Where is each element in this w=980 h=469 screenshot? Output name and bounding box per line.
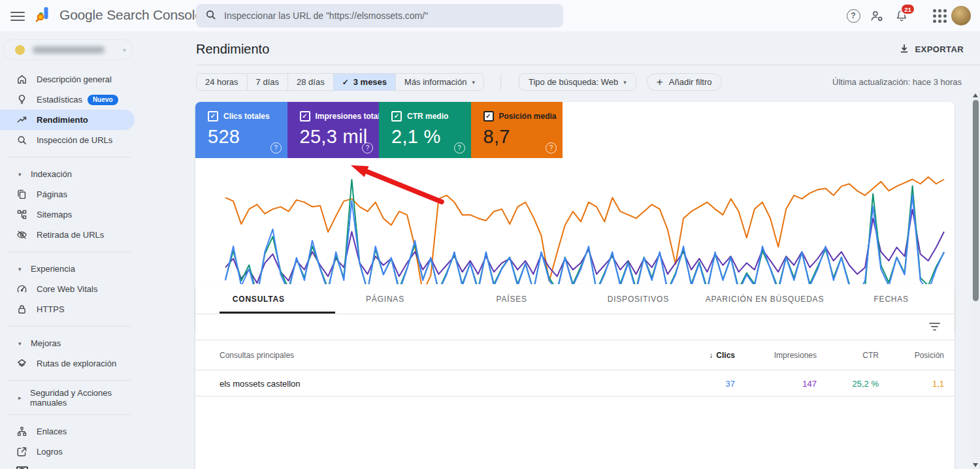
date-chip-m-s-informaci-n[interactable]: Más información▾: [395, 74, 483, 90]
help-icon[interactable]: ?: [270, 142, 282, 154]
removals-icon: [16, 229, 27, 240]
sidebar-nav: Descripción generalEstadísticasNuevoRend…: [0, 69, 137, 469]
sidebar-section-indexaci-n[interactable]: ▾Indexación: [0, 164, 137, 184]
checked-checkbox-icon[interactable]: ✓: [391, 111, 402, 121]
checked-checkbox-icon[interactable]: ✓: [300, 111, 310, 121]
help-icon[interactable]: ?: [844, 7, 862, 25]
sidebar-section-seguridad-y-acciones-manuales[interactable]: ▸Seguridad y Acciones manuales: [0, 387, 137, 408]
sidebar-item-rutas-de-exploraci-n[interactable]: Rutas de exploración: [0, 353, 137, 374]
sidebar-item-label: Rutas de exploración: [37, 359, 116, 368]
date-chip-7-d-as[interactable]: 7 días: [247, 74, 287, 90]
lightbulb-icon: [16, 94, 27, 105]
download-icon: [899, 43, 909, 56]
sidebar-item-label: Descripción general: [37, 74, 112, 84]
sidebar-item-enlaces[interactable]: Enlaces: [0, 421, 137, 442]
column-header-impresiones[interactable]: Impresiones: [735, 351, 817, 360]
date-chip-3-meses[interactable]: ✓3 meses: [333, 74, 395, 90]
home-icon: [16, 74, 27, 85]
help-icon[interactable]: ?: [546, 142, 557, 154]
sidebar-item-https[interactable]: HTTPS: [0, 299, 137, 319]
tab-dispositivos[interactable]: DISPOSITIVOS: [575, 284, 702, 314]
links-icon: [16, 426, 27, 437]
metric-card-clics-totales[interactable]: ✓Clics totales528?: [195, 102, 287, 158]
tab-p-ginas[interactable]: PÁGINAS: [322, 284, 449, 314]
checked-checkbox-icon[interactable]: ✓: [208, 111, 218, 121]
metric-card-ctr-medio[interactable]: ✓CTR medio2,1 %?: [379, 102, 471, 158]
notifications-bell-icon[interactable]: 21: [892, 7, 911, 25]
column-header-ctr[interactable]: CTR: [817, 351, 879, 360]
sitemaps-icon: [16, 209, 27, 220]
sidebar-item-label: Sitemaps: [37, 210, 72, 219]
chevron-down-icon: ▾: [18, 171, 24, 178]
scroll-up-arrow[interactable]: [973, 93, 978, 97]
sort-arrow-down-icon: ↓: [709, 351, 713, 360]
query-cell: els mossets castellon: [220, 379, 657, 389]
pages-icon: [16, 189, 27, 200]
metric-card-posici-n-media[interactable]: ✓Posición media8,7?: [471, 102, 563, 158]
sidebar-item-rendimiento[interactable]: Rendimiento: [0, 110, 135, 130]
checked-checkbox-icon[interactable]: ✓: [483, 111, 494, 121]
sidebar-section-experiencia[interactable]: ▾Experiencia: [0, 259, 137, 279]
vertical-scrollbar[interactable]: [971, 91, 980, 469]
tab-consultas[interactable]: CONSULTAS: [195, 284, 322, 314]
url-inspection-searchbar[interactable]: [196, 4, 563, 27]
scrollbar-thumb[interactable]: [973, 100, 979, 301]
column-header-clics[interactable]: ↓Clics: [657, 351, 735, 360]
user-avatar[interactable]: [951, 6, 971, 25]
top-bar: Google Search Console ? 21: [0, 0, 980, 31]
brand-title: Google Search Console: [59, 7, 203, 23]
tab-fechas[interactable]: FECHAS: [828, 284, 955, 314]
sidebar-item-label: Logros: [37, 447, 63, 457]
sidebar-item-label: Enlaces: [37, 427, 67, 436]
tab-aparici-n-en-b-squedas[interactable]: APARICIÓN EN BÚSQUEDAS: [702, 284, 828, 314]
chevron-down-icon: ▾: [123, 46, 126, 54]
sidebar-item-sitemaps[interactable]: Sitemaps: [0, 204, 137, 225]
table-filter-row: [195, 314, 955, 340]
sidebar-section-mejoras[interactable]: ▾Mejoras: [0, 333, 137, 353]
sidebar-item-descripci-n-general[interactable]: Descripción general: [0, 69, 137, 89]
google-apps-grid-icon[interactable]: [930, 7, 949, 25]
filter-list-icon[interactable]: [929, 322, 940, 334]
date-chip-24-horas[interactable]: 24 horas: [197, 74, 247, 90]
date-chip-28-d-as[interactable]: 28 días: [287, 74, 333, 90]
sidebar-item-p-ginas[interactable]: Páginas: [0, 184, 137, 204]
property-selector[interactable]: ▾: [3, 39, 133, 60]
sidebar-item-logros[interactable]: Logros: [0, 442, 137, 462]
column-header-consultas[interactable]: Consultas principales: [220, 351, 657, 360]
crawl-paths-icon: [16, 358, 27, 369]
section-label: Indexación: [31, 169, 72, 179]
check-icon: ✓: [342, 78, 349, 87]
sidebar-item-retirada-de-urls[interactable]: Retirada de URLs: [0, 225, 137, 245]
tab-pa-ses[interactable]: PAÍSES: [448, 284, 575, 314]
help-icon[interactable]: ?: [454, 142, 465, 154]
sidebar-item-label: Inspección de URLs: [37, 135, 112, 145]
queries-table-panel: CONSULTASPÁGINASPAÍSESDISPOSITIVOSAPARIC…: [195, 284, 955, 469]
notification-count-badge: 21: [900, 3, 915, 15]
manage-accounts-icon[interactable]: [868, 7, 886, 25]
sidebar-item-label: Páginas: [37, 189, 67, 199]
metric-cards: ✓Clics totales528?✓Impresiones total...2…: [195, 102, 563, 158]
chevron-down-icon: ▾: [472, 79, 475, 86]
https-icon: [16, 304, 27, 315]
add-filter-chip[interactable]: + Añadir filtro: [647, 73, 722, 91]
table-row[interactable]: els mossets castellon 37 147 25,2 % 1,1: [195, 370, 955, 396]
search-input[interactable]: [223, 10, 554, 22]
url-inspection-icon: [16, 135, 27, 146]
help-icon[interactable]: ?: [362, 142, 373, 154]
metric-card-impresiones-total-[interactable]: ✓Impresiones total...25,3 mil?: [287, 102, 380, 158]
sidebar-item-core-web-vitals[interactable]: Core Web Vitals: [0, 279, 137, 299]
last-updated-text: Última actualización: hace 3 horas: [832, 77, 962, 87]
search-type-chip[interactable]: Tipo de búsqueda: Web ▾: [519, 73, 636, 91]
brand: Google Search Console: [35, 5, 203, 25]
scroll-down-arrow[interactable]: [973, 463, 978, 467]
column-header-posicion[interactable]: Posición: [879, 351, 944, 360]
sidebar-item-estad-sticas[interactable]: EstadísticasNuevo: [0, 89, 137, 110]
export-button[interactable]: EXPORTAR: [899, 43, 964, 56]
achievements-icon: [16, 446, 27, 457]
sidebar-item-inspecci-n-de-urls[interactable]: Inspección de URLs: [0, 130, 137, 150]
feedback-icon-partial: [16, 466, 28, 469]
divider: [500, 74, 501, 90]
core-web-vitals-icon: [16, 283, 27, 295]
section-label: Experiencia: [31, 264, 75, 274]
hamburger-menu-icon[interactable]: [10, 9, 25, 22]
